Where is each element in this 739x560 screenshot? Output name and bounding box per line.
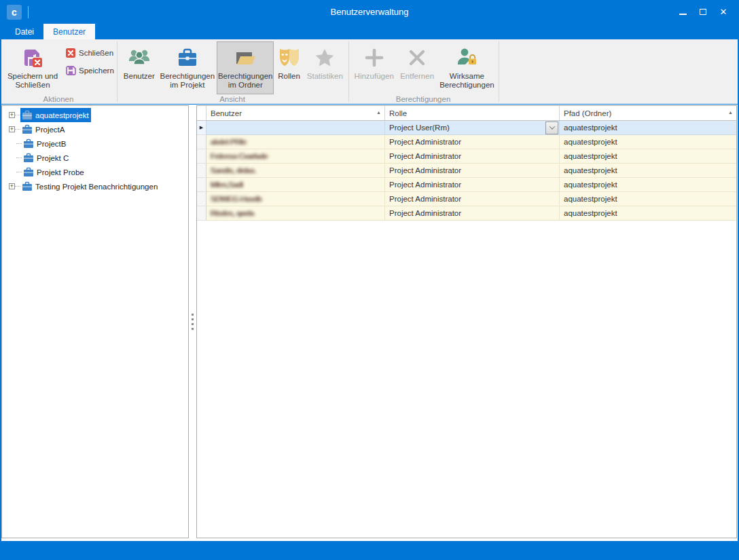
grid-row[interactable]: Sandts, drdas. Project Administrator aqu… (197, 164, 736, 178)
ribbon-group-ansicht: Benutzer Berechtigungen im Projekt (118, 39, 347, 104)
tab-benutzer[interactable]: Benutzer (43, 24, 95, 39)
column-label: Benutzer (211, 109, 242, 117)
grid-row[interactable]: Frdeesa Cvarfade Project Administrator a… (197, 149, 736, 164)
column-label: Rolle (389, 109, 407, 117)
cell-rolle[interactable]: Project Administrator (385, 192, 560, 206)
cell-pfad[interactable]: aquatestprojekt (560, 149, 736, 164)
cell-text: aquatestprojekt (564, 124, 617, 132)
panel-splitter[interactable] (189, 105, 196, 538)
project-icon (22, 110, 33, 120)
grid-header-row: Benutzer ▲ Rolle Pfad (Ordner) ▲ (197, 106, 736, 121)
cell-pfad[interactable]: aquatestprojekt (560, 164, 736, 178)
statistiken-button[interactable]: Statistiken (304, 41, 346, 94)
briefcase-icon (177, 45, 198, 70)
main-area: + aquatestprojekt + ProjectA ProjectB (1, 105, 738, 539)
cell-rolle-editor[interactable]: Project User(Rm) (385, 121, 560, 135)
column-header-pfad[interactable]: Pfad (Ordner) ▲ (560, 106, 736, 120)
cell-text: aquatestprojekt (564, 181, 617, 189)
group-caption-berechtigungen: Berechtigungen (349, 95, 497, 103)
berechtigungen-projekt-button[interactable]: Berechtigungen im Projekt (158, 41, 217, 94)
column-header-benutzer[interactable]: Benutzer ▲ (206, 106, 385, 120)
project-icon (22, 124, 33, 134)
maximize-icon (700, 9, 706, 15)
rollen-button[interactable]: Rollen (274, 41, 304, 94)
close-form-button[interactable]: Schließen (65, 45, 114, 60)
tree-item-label: ProjectB (37, 140, 66, 148)
row-indicator (197, 149, 206, 164)
x-icon (406, 45, 428, 70)
hinzufuegen-label: Hinzufügen (355, 72, 394, 81)
statistiken-label: Statistiken (307, 72, 343, 81)
tree-item-projekt-c[interactable]: Projekt C (2, 151, 188, 165)
cell-rolle[interactable]: Project Administrator (385, 178, 560, 192)
tree-connector (16, 143, 22, 144)
expander-icon[interactable]: + (9, 183, 15, 189)
minimize-button[interactable] (672, 3, 693, 21)
wirksame-berechtigungen-label: Wirksame Berechtigungen (439, 72, 495, 90)
cell-benutzer[interactable]: abdet PRfe (206, 135, 385, 149)
hinzufuegen-button[interactable]: Hinzufügen (352, 41, 396, 94)
column-header-rolle[interactable]: Rolle (385, 106, 560, 120)
cell-text: aquatestprojekt (564, 209, 617, 217)
berechtigungen-projekt-label: Berechtigungen im Projekt (159, 72, 216, 90)
save-button[interactable]: Speichern (65, 63, 114, 78)
cell-pfad[interactable]: aquatestprojekt (560, 206, 736, 221)
grid-row[interactable]: abdet PRfe Project Administrator aquates… (197, 135, 736, 149)
cell-rolle[interactable]: Project Administrator (385, 149, 560, 164)
project-icon (22, 181, 33, 191)
sort-asc-icon: ▲ (728, 110, 733, 115)
cell-benutzer[interactable]: Rtsdes, qwda (206, 206, 385, 221)
expander-icon[interactable]: + (9, 112, 15, 118)
entfernen-button[interactable]: Entfernen (396, 41, 437, 94)
window-title: Benutzerverwaltung (1, 7, 738, 17)
cell-benutzer[interactable] (206, 121, 385, 135)
cell-text: Project Administrator (389, 195, 461, 203)
berechtigungen-ordner-button[interactable]: Berechtigungen im Ordner (217, 41, 274, 94)
close-button[interactable]: ✕ (713, 3, 734, 21)
row-indicator (197, 164, 206, 178)
grid-rows: ▶ Project User(Rm) aquatestprojekt abdet… (197, 121, 736, 221)
cell-benutzer[interactable]: Sandts, drdas. (206, 164, 385, 178)
tree-item-label: Projekt Probe (37, 168, 84, 176)
row-indicator (197, 178, 206, 192)
close-form-label: Schließen (79, 49, 113, 57)
tree-item-testing-projekt[interactable]: + Testing Projekt Benachrichtigungen (2, 179, 188, 193)
cell-text: aquatestprojekt (564, 152, 617, 160)
save-and-close-button[interactable]: Speichern und Schließen (4, 41, 61, 94)
tree-item-projectb[interactable]: ProjectB (2, 136, 188, 151)
cell-text: aquatestprojekt (564, 138, 617, 146)
cell-benutzer[interactable]: Mfen,Sadl (206, 178, 385, 192)
tab-datei[interactable]: Datei (5, 24, 43, 39)
cell-rolle[interactable]: Project Administrator (385, 164, 560, 178)
wirksame-berechtigungen-button[interactable]: Wirksame Berechtigungen (438, 41, 496, 94)
maximize-button[interactable] (693, 3, 713, 21)
masked-user-name: Sandts, drdas. (211, 166, 256, 174)
plus-icon (363, 45, 385, 70)
grid-row-selected[interactable]: ▶ Project User(Rm) aquatestprojekt (197, 121, 736, 135)
tree-item-aquatestprojekt[interactable]: + aquatestprojekt (2, 108, 188, 122)
cell-benutzer[interactable]: Frdeesa Cvarfade (206, 149, 385, 164)
expander-icon[interactable]: + (9, 126, 15, 132)
cell-pfad[interactable]: aquatestprojekt (560, 135, 736, 149)
role-dropdown-button[interactable] (545, 122, 558, 134)
tree-item-projecta[interactable]: + ProjectA (2, 122, 188, 136)
masked-user-name: abdet PRfe (211, 138, 247, 146)
benutzer-view-button[interactable]: Benutzer (120, 41, 158, 94)
grid-row[interactable]: SDWEG-Hasdb Project Administrator aquate… (197, 192, 736, 206)
save-and-close-label: Speichern und Schließen (5, 72, 60, 90)
save-label: Speichern (79, 67, 114, 75)
chevron-down-icon (549, 124, 554, 129)
grid-row[interactable]: Mfen,Sadl Project Administrator aquatest… (197, 178, 736, 192)
grid-row[interactable]: Rtsdes, qwda Project Administrator aquat… (197, 206, 736, 221)
tree-connector (15, 129, 20, 130)
cell-rolle[interactable]: Project Administrator (385, 206, 560, 221)
cell-benutzer[interactable]: SDWEG-Hasdb (206, 192, 385, 206)
tree-item-label: Testing Projekt Benachrichtigungen (35, 183, 158, 191)
cell-rolle[interactable]: Project Administrator (385, 135, 560, 149)
ribbon: Speichern und Schließen Schließen (1, 39, 738, 105)
tree-item-projekt-probe[interactable]: Projekt Probe (2, 165, 188, 179)
cell-pfad[interactable]: aquatestprojekt (560, 121, 736, 135)
cell-pfad[interactable]: aquatestprojekt (560, 178, 736, 192)
permissions-grid: Benutzer ▲ Rolle Pfad (Ordner) ▲ ▶ Pro (196, 105, 737, 538)
cell-pfad[interactable]: aquatestprojekt (560, 192, 736, 206)
